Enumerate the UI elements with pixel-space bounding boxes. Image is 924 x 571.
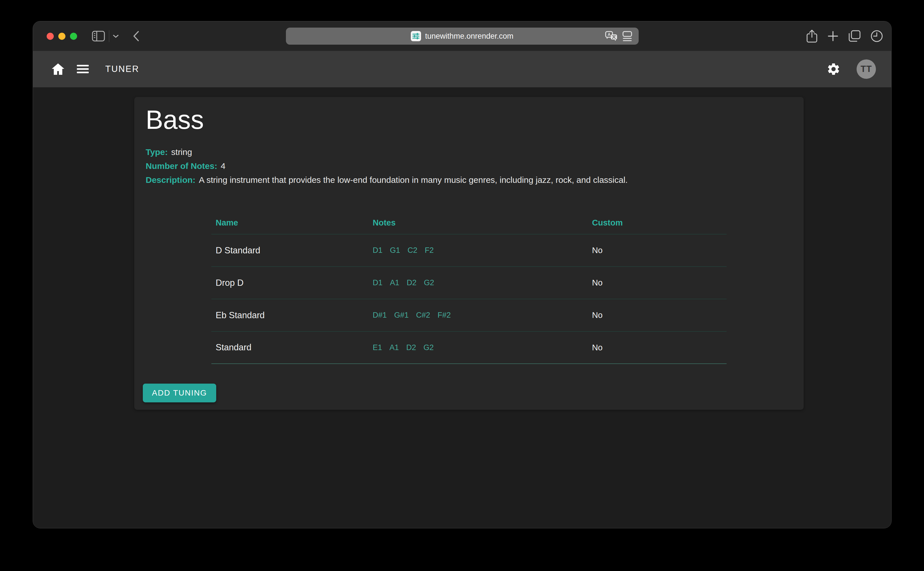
note-value: D2 — [406, 343, 416, 352]
tuning-custom: No — [588, 310, 726, 320]
menu-hamburger-icon[interactable] — [77, 65, 89, 73]
avatar[interactable]: TT — [857, 59, 876, 79]
note-value: A1 — [389, 343, 399, 352]
tuning-notes: D#1G#1C#2F#2 — [368, 311, 588, 319]
toolbar-divider — [109, 30, 109, 42]
chevron-down-icon[interactable] — [113, 34, 119, 38]
svg-text:A: A — [607, 32, 610, 37]
site-favicon-tuner-icon — [411, 31, 421, 41]
tuning-name: Drop D — [212, 278, 368, 288]
table-header-row: Name Notes Custom — [212, 211, 726, 234]
url-text: tunewithme.onrender.com — [425, 32, 513, 41]
note-value: D1 — [373, 278, 383, 287]
note-value: A1 — [390, 278, 399, 287]
note-value: D2 — [407, 278, 417, 287]
window-controls — [47, 33, 77, 40]
back-button[interactable] — [133, 31, 139, 42]
note-value: F2 — [425, 246, 434, 255]
note-value: F#2 — [437, 311, 451, 319]
tuning-notes: D1G1C2F2 — [368, 246, 588, 255]
table-row[interactable]: Drop D D1A1D2G2 No — [212, 267, 726, 299]
type-value: string — [171, 147, 192, 157]
header-custom: Custom — [588, 218, 726, 227]
instrument-meta: Type:string Number of Notes:4 Descriptio… — [146, 145, 803, 187]
tuning-custom: No — [588, 246, 726, 255]
tuning-notes: E1A1D2G2 — [368, 343, 588, 352]
tuning-name: Standard — [212, 343, 368, 353]
browser-window: tunewithme.onrender.com A — [33, 21, 892, 528]
table-row[interactable]: Eb Standard D#1G#1C#2F#2 No — [212, 299, 726, 332]
header-notes: Notes — [368, 218, 588, 227]
instrument-card: Bass Type:string Number of Notes:4 Descr… — [134, 97, 803, 410]
note-value: G2 — [423, 343, 434, 352]
note-value: D#1 — [373, 311, 387, 319]
close-window-button[interactable] — [47, 33, 54, 40]
new-tab-icon[interactable] — [827, 30, 839, 42]
tuning-custom: No — [588, 343, 726, 352]
table-row[interactable]: Standard E1A1D2G2 No — [212, 332, 726, 364]
app-title: TUNER — [105, 64, 139, 74]
note-value: G#1 — [394, 311, 409, 319]
meta-number-of-notes: Number of Notes:4 — [146, 159, 803, 173]
tuning-custom: No — [588, 278, 726, 287]
settings-gear-icon[interactable] — [827, 62, 841, 76]
description-value: A string instrument that provides the lo… — [199, 175, 627, 185]
tuning-notes: D1A1D2G2 — [368, 278, 588, 287]
meta-type: Type:string — [146, 145, 803, 159]
note-value: D1 — [373, 246, 383, 255]
note-value: C#2 — [416, 311, 430, 319]
tunings-table: Name Notes Custom D Standard D1G1C2F2 No… — [212, 211, 726, 364]
tuning-name: D Standard — [212, 245, 368, 256]
sidebar-toggle-icon[interactable] — [92, 31, 105, 42]
tuning-name: Eb Standard — [212, 310, 368, 321]
table-body: D Standard D1G1C2F2 No Drop D D1A1D2G2 N… — [212, 234, 726, 364]
tab-overview-icon[interactable] — [848, 30, 861, 42]
reader-view-icon[interactable] — [622, 31, 632, 42]
number-of-notes-value: 4 — [221, 161, 226, 171]
note-value: E1 — [373, 343, 382, 352]
zoom-window-button[interactable] — [70, 33, 77, 40]
add-tuning-button[interactable]: ADD TUNING — [143, 384, 216, 402]
number-of-notes-label: Number of Notes: — [146, 161, 217, 171]
page-title: Bass — [146, 105, 803, 134]
minimize-window-button[interactable] — [58, 33, 65, 40]
app-header: TUNER TT — [33, 51, 891, 87]
note-value: G1 — [390, 246, 400, 255]
page-content: Bass Type:string Number of Notes:4 Descr… — [33, 87, 891, 528]
note-value: C2 — [408, 246, 418, 255]
address-bar[interactable]: tunewithme.onrender.com A — [286, 28, 639, 45]
description-label: Description: — [146, 175, 195, 185]
share-icon[interactable] — [806, 29, 818, 43]
home-icon[interactable] — [51, 63, 65, 76]
translate-icon[interactable]: A — [605, 31, 618, 41]
note-value: G2 — [424, 278, 434, 287]
header-name: Name — [212, 218, 368, 227]
history-clock-icon[interactable] — [870, 29, 883, 43]
meta-description: Description:A string instrument that pro… — [146, 173, 803, 187]
type-label: Type: — [146, 147, 168, 157]
table-row[interactable]: D Standard D1G1C2F2 No — [212, 234, 726, 267]
browser-toolbar: tunewithme.onrender.com A — [33, 21, 891, 51]
